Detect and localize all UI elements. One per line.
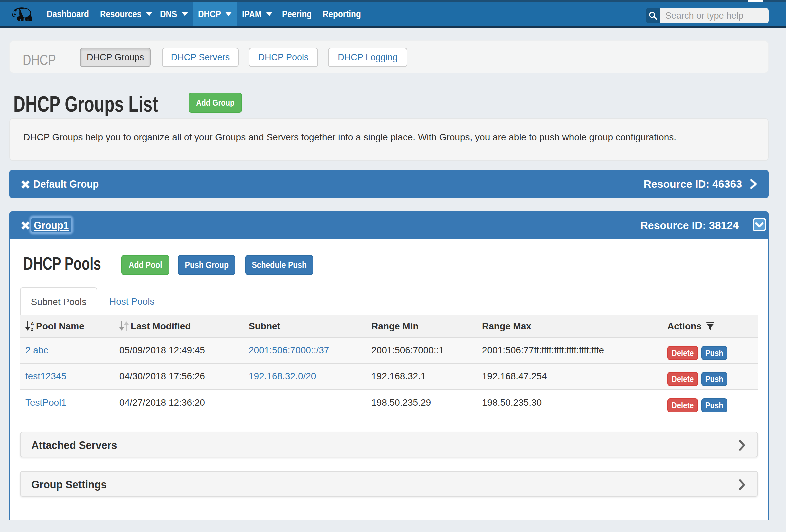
svg-text:A: A	[31, 321, 34, 326]
svg-text:z: z	[31, 326, 33, 331]
